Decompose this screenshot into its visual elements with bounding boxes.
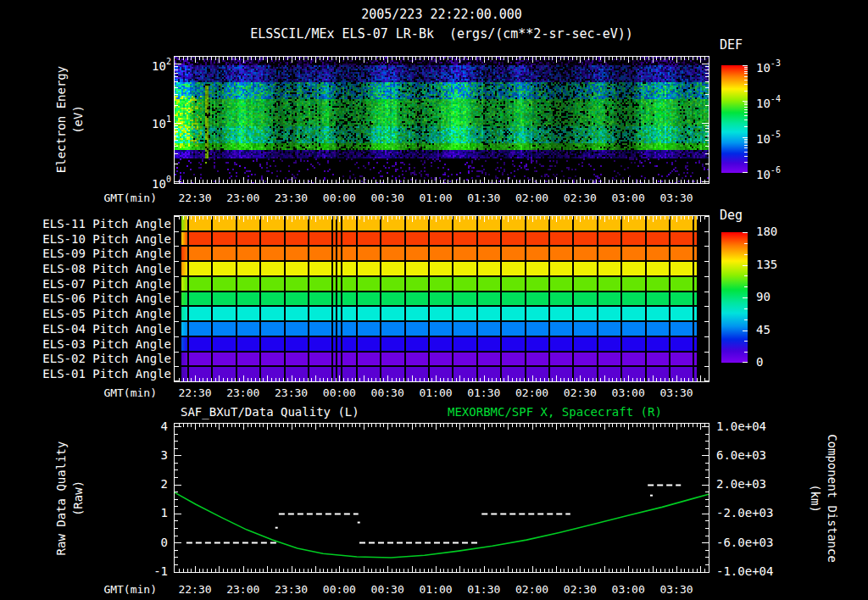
x-tick-label-bottom: 23:00 xyxy=(217,584,270,596)
energy-ytick-label-exponent: 2 xyxy=(166,57,171,66)
def-colorbar-tick-label-exponent: -6 xyxy=(771,165,781,175)
x-tick-label-top: 00:00 xyxy=(313,192,365,204)
def-colorbar-tick-label-exponent: -3 xyxy=(771,58,781,68)
x-tick-label-bottom: 00:30 xyxy=(361,584,414,596)
x-tick-label-middle: 23:30 xyxy=(265,387,318,399)
x-tick-label-middle: 01:30 xyxy=(458,387,510,399)
spacecraft-series-title: MEXORBMC/SPF X, Spacecraft (R) xyxy=(448,405,662,419)
gmt-label-middle: GMT(min) xyxy=(87,387,157,399)
quality-distance-plot-canvas xyxy=(175,424,709,572)
electron-energy-axis-label: Electron Energy (eV) xyxy=(53,66,86,173)
x-tick-label-top: 23:30 xyxy=(265,192,318,204)
deg-colorbar-tick-label: 0 xyxy=(756,355,763,369)
electron-energy-spectrogram-canvas xyxy=(175,57,709,183)
deg-colorbar-tick-label: 180 xyxy=(756,225,777,238)
x-tick-label-middle: 00:30 xyxy=(361,387,414,399)
def-colorbar-tick-label: 10-5 xyxy=(756,129,781,142)
pitch-row-label: ELS-05 Pitch Angle xyxy=(42,307,171,320)
component-distance-axis-label-line2: (km) xyxy=(807,434,824,563)
pitch-row-label: ELS-08 Pitch Angle xyxy=(42,262,171,275)
x-tick-label-bottom: 03:30 xyxy=(650,584,703,596)
x-tick-label-middle: 23:00 xyxy=(217,387,270,399)
distance-ytick-label: -6.0e+03 xyxy=(716,536,773,549)
x-tick-label-top: 00:30 xyxy=(361,192,414,204)
x-tick-label-bottom: 22:30 xyxy=(169,584,221,596)
quality-ytick-label: 0 xyxy=(161,536,168,549)
def-colorbar-canvas xyxy=(721,65,748,173)
x-tick-label-middle: 02:30 xyxy=(554,387,606,399)
def-colorbar-tick-label-exponent: -4 xyxy=(771,94,781,103)
x-tick-label-top: 01:00 xyxy=(409,192,462,204)
x-tick-label-top: 01:30 xyxy=(458,192,510,204)
electron-energy-axis-label-line2: (eV) xyxy=(70,66,86,173)
x-tick-label-middle: 01:00 xyxy=(409,387,462,399)
component-distance-axis-label-line1: Component Distance xyxy=(824,434,841,563)
x-tick-label-top: 23:00 xyxy=(217,192,270,204)
distance-ytick-label: -2.0e+03 xyxy=(716,506,773,519)
energy-ytick-label-exponent: 0 xyxy=(166,175,171,184)
pitch-row-label: ELS-06 Pitch Angle xyxy=(42,292,171,305)
def-colorbar-tick-label: 10-6 xyxy=(756,164,781,178)
plot-screen: 2005/223 22:22:00.000 ELSSCIL/MEx ELS-07… xyxy=(0,0,868,600)
pitch-row-label: ELS-04 Pitch Angle xyxy=(42,322,171,336)
x-tick-label-middle: 00:00 xyxy=(313,387,365,399)
x-tick-label-bottom: 02:30 xyxy=(554,584,606,596)
deg-colorbar-title: Deg xyxy=(720,208,743,223)
pitch-angle-panel-canvas xyxy=(175,216,709,381)
x-tick-label-top: 22:30 xyxy=(169,192,221,204)
x-tick-label-bottom: 02:00 xyxy=(506,584,559,596)
x-tick-label-top: 03:00 xyxy=(602,192,654,204)
x-tick-label-bottom: 01:00 xyxy=(409,584,462,596)
energy-ytick-label: 100 xyxy=(152,174,171,187)
x-tick-label-middle: 03:30 xyxy=(650,387,703,399)
x-tick-label-bottom: 03:00 xyxy=(602,584,654,596)
x-tick-label-middle: 02:00 xyxy=(506,387,559,399)
x-tick-label-top: 03:30 xyxy=(650,192,703,204)
pitch-row-label: ELS-02 Pitch Angle xyxy=(42,352,171,365)
gmt-label-top: GMT(min) xyxy=(87,192,157,204)
distance-ytick-label: 6.0e+03 xyxy=(716,448,766,462)
x-tick-label-top: 02:00 xyxy=(506,192,559,204)
quality-ytick-label: 3 xyxy=(161,448,168,462)
instrument-title: ELSSCIL/MEx ELS-07 LR-Bk (ergs/(cm**2-sr… xyxy=(175,26,709,42)
component-distance-axis-label: Component Distance (km) xyxy=(807,434,841,563)
pitch-row-label: ELS-01 Pitch Angle xyxy=(42,367,171,381)
x-tick-label-bottom: 00:00 xyxy=(313,584,365,596)
deg-colorbar-canvas xyxy=(721,232,748,363)
gmt-label-bottom: GMT(min) xyxy=(87,584,157,596)
distance-ytick-label: 1.0e+04 xyxy=(716,419,766,433)
x-tick-label-middle: 03:00 xyxy=(602,387,654,399)
raw-data-quality-axis-label: Raw Data Quality (Raw) xyxy=(53,442,86,556)
def-colorbar-tick-label-exponent: -5 xyxy=(771,130,781,139)
pitch-row-label: ELS-09 Pitch Angle xyxy=(42,247,171,260)
quality-ytick-label: -1 xyxy=(153,564,168,578)
distance-ytick-label: -1.0e+04 xyxy=(716,564,773,578)
def-colorbar-title: DEF xyxy=(720,37,743,53)
x-tick-label-bottom: 23:30 xyxy=(265,584,318,596)
deg-colorbar-tick-label: 90 xyxy=(756,290,771,303)
quality-series-title: SAF_BXuT/Data Quality (L) xyxy=(181,405,359,419)
energy-ytick-label: 101 xyxy=(152,114,171,127)
deg-colorbar-tick-label: 135 xyxy=(756,258,777,271)
pitch-row-label: ELS-07 Pitch Angle xyxy=(42,277,171,291)
raw-data-quality-axis-label-line2: (Raw) xyxy=(70,442,86,556)
raw-data-quality-axis-label-line1: Raw Data Quality xyxy=(53,442,70,556)
energy-ytick-label: 102 xyxy=(152,56,171,69)
deg-colorbar-tick-label: 45 xyxy=(756,323,771,336)
pitch-row-label: ELS-03 Pitch Angle xyxy=(42,337,171,351)
distance-ytick-label: 2.0e+03 xyxy=(716,477,766,491)
quality-ytick-label: 4 xyxy=(161,419,168,433)
quality-ytick-label: 2 xyxy=(161,477,168,491)
pitch-row-label: ELS-10 Pitch Angle xyxy=(42,232,171,246)
x-tick-label-top: 02:30 xyxy=(554,192,606,204)
timestamp-title: 2005/223 22:22:00.000 xyxy=(175,7,709,22)
def-colorbar-tick-label: 10-4 xyxy=(756,93,781,107)
x-tick-label-middle: 22:30 xyxy=(169,387,221,399)
pitch-row-label: ELS-11 Pitch Angle xyxy=(42,217,171,231)
electron-energy-axis-label-line1: Electron Energy xyxy=(53,66,70,173)
energy-ytick-label-exponent: 1 xyxy=(166,114,171,124)
x-tick-label-bottom: 01:30 xyxy=(458,584,510,596)
def-colorbar-tick-label: 10-3 xyxy=(756,58,781,71)
quality-ytick-label: 1 xyxy=(161,506,168,519)
